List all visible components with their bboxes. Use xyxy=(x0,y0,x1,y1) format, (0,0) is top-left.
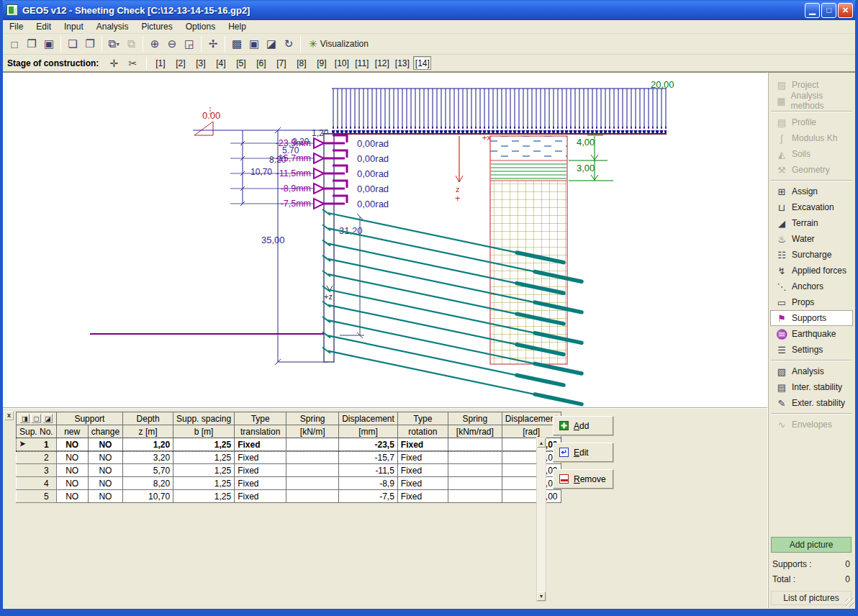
cell[interactable]: -11,5 xyxy=(339,464,398,477)
cell[interactable] xyxy=(286,464,339,477)
stage-button-11[interactable]: [11] xyxy=(353,56,371,70)
stage-button-4[interactable]: [4] xyxy=(212,56,230,70)
stage-button-12[interactable]: [12] xyxy=(373,56,391,70)
stage-button-5[interactable]: [5] xyxy=(232,56,250,70)
sidebar-item-terrain[interactable]: ◢Terrain xyxy=(770,215,853,231)
select-fill-icon[interactable]: ▩ xyxy=(228,35,245,53)
sidebar-item-surcharge[interactable]: ☷Surcharge xyxy=(770,247,853,263)
cell[interactable]: 1,25 xyxy=(173,464,235,477)
sidebar-item-earthquake[interactable]: ♒Earthquake xyxy=(770,326,853,342)
drawing-canvas[interactable]: 20,00 0.00 xyxy=(3,72,767,407)
open-file-icon[interactable]: ❐ xyxy=(23,35,40,53)
cell[interactable] xyxy=(448,451,502,464)
scroll-down-icon[interactable]: ▼ xyxy=(537,592,546,601)
table-row[interactable]: 3NONO5,701,25Fixed-11,5Fixed0,00 xyxy=(17,464,561,477)
menu-edit[interactable]: Edit xyxy=(30,21,58,32)
stage-button-2[interactable]: [2] xyxy=(171,56,189,70)
sidebar-item-applied-forces[interactable]: ↯Applied forces xyxy=(770,263,853,278)
close-button[interactable]: ✕ xyxy=(838,3,853,18)
new-file-icon[interactable]: □ xyxy=(6,35,23,53)
stage-button-3[interactable]: [3] xyxy=(191,56,209,70)
resize-grip[interactable] xyxy=(845,598,854,607)
remove-button[interactable]: ▬ Remove xyxy=(553,469,613,489)
cell[interactable]: 0,00 xyxy=(502,451,561,464)
cell[interactable]: NO xyxy=(88,438,122,451)
cell[interactable]: Fixed xyxy=(397,451,448,464)
minimize-button[interactable]: ▁ xyxy=(805,3,820,18)
pan-icon[interactable]: ✢ xyxy=(204,35,222,53)
stage-button-1[interactable]: [1] xyxy=(151,56,169,70)
row-number[interactable]: ➤1 xyxy=(17,438,57,451)
add-stage-icon[interactable]: ✛ xyxy=(104,56,123,71)
menu-options[interactable]: Options xyxy=(179,21,222,32)
select-frame-icon[interactable]: ▣ xyxy=(245,35,263,53)
cell[interactable]: 1,20 xyxy=(123,438,173,451)
cell[interactable]: 1,25 xyxy=(173,451,235,464)
cell[interactable] xyxy=(286,438,339,451)
cell[interactable]: 8,20 xyxy=(123,477,173,490)
cell[interactable]: Fixed xyxy=(235,451,286,464)
table-scrollbar[interactable]: ▲ ▼ xyxy=(536,438,546,602)
cell[interactable]: Fixed xyxy=(235,464,286,477)
cell[interactable]: 0,00 xyxy=(502,490,561,503)
add-button[interactable]: ✚ Add xyxy=(553,416,613,435)
cell[interactable]: 5,70 xyxy=(123,464,173,477)
cell[interactable]: -23,5 xyxy=(339,438,398,451)
redraw-icon[interactable]: ↻ xyxy=(280,35,297,53)
sidebar-item-inter-stability[interactable]: ▤Inter. stability xyxy=(770,379,853,395)
row-number[interactable]: 2 xyxy=(17,451,57,464)
sidebar-item-anchors[interactable]: ⋱Anchors xyxy=(770,278,853,294)
menu-pictures[interactable]: Pictures xyxy=(135,21,179,32)
stage-button-10[interactable]: [10] xyxy=(333,56,351,70)
sidebar-item-assign[interactable]: ⊞Assign xyxy=(770,184,853,199)
cell[interactable]: NO xyxy=(56,477,88,490)
cell[interactable]: 10,70 xyxy=(123,490,173,503)
sidebar-item-analysis[interactable]: ▧Analysis xyxy=(770,363,853,379)
cell[interactable] xyxy=(448,477,502,490)
cell[interactable]: Fixed xyxy=(397,464,448,477)
cell[interactable]: NO xyxy=(88,477,122,490)
menu-analysis[interactable]: Analysis xyxy=(90,21,135,32)
cell[interactable]: Fixed xyxy=(235,477,286,490)
sidebar-item-excavation[interactable]: ⊔Excavation xyxy=(770,199,853,215)
scroll-up-icon[interactable]: ▲ xyxy=(537,438,546,448)
zoom-window-icon[interactable]: ◲ xyxy=(181,35,198,53)
cell[interactable]: NO xyxy=(56,451,88,464)
row-number[interactable]: 5 xyxy=(17,490,57,503)
print-picture-icon[interactable]: ❐ xyxy=(81,35,99,53)
cell[interactable]: 0,00 xyxy=(502,438,561,451)
cell[interactable]: 1,25 xyxy=(173,490,235,503)
cell[interactable]: Fixed xyxy=(397,477,448,490)
table-view-icon-2[interactable]: ▢ xyxy=(31,414,41,423)
menu-file[interactable]: File xyxy=(3,21,30,32)
remove-stage-icon[interactable]: ✂ xyxy=(123,56,142,71)
stage-button-9[interactable]: [9] xyxy=(312,56,330,70)
cell[interactable]: -8,9 xyxy=(339,477,398,490)
cell[interactable] xyxy=(286,490,339,503)
cell[interactable]: NO xyxy=(56,464,88,477)
cell[interactable]: Fixed xyxy=(397,490,448,503)
stage-button-14[interactable]: [14] xyxy=(413,56,431,70)
table-row[interactable]: 5NONO10,701,25Fixed-7,5Fixed0,00 xyxy=(17,490,561,503)
cell[interactable]: NO xyxy=(56,438,88,451)
stage-button-6[interactable]: [6] xyxy=(252,56,270,70)
zoom-out-icon[interactable]: ⊖ xyxy=(163,35,181,53)
sidebar-item-exter-stability[interactable]: ✎Exter. stability xyxy=(770,395,853,411)
cell[interactable]: Fixed xyxy=(235,490,286,503)
menu-input[interactable]: Input xyxy=(58,21,90,32)
cell[interactable] xyxy=(286,451,339,464)
visualization-button[interactable]: ✳Visualization xyxy=(304,35,374,53)
table-row[interactable]: 2NONO3,201,25Fixed-15,7Fixed0,00 xyxy=(17,451,561,464)
cell[interactable] xyxy=(448,490,502,503)
select-shade-icon[interactable]: ◪ xyxy=(263,35,280,53)
sidebar-item-water[interactable]: ♨Water xyxy=(770,231,853,247)
edit-button[interactable]: ↵ Edit xyxy=(553,443,613,462)
cell[interactable]: -15,7 xyxy=(339,451,398,464)
sidebar-item-props[interactable]: ▭Props xyxy=(770,294,853,310)
sidebar-item-settings[interactable]: ☰Settings xyxy=(770,342,853,358)
row-number[interactable]: 3 xyxy=(17,464,57,477)
zoom-in-icon[interactable]: ⊕ xyxy=(146,35,163,53)
cell[interactable]: -7,5 xyxy=(339,490,398,503)
sidebar-item-supports[interactable]: ⚑Supports xyxy=(770,310,853,326)
table-row[interactable]: ➤1NONO1,201,25Fixed-23,5Fixed0,00 xyxy=(17,438,561,451)
